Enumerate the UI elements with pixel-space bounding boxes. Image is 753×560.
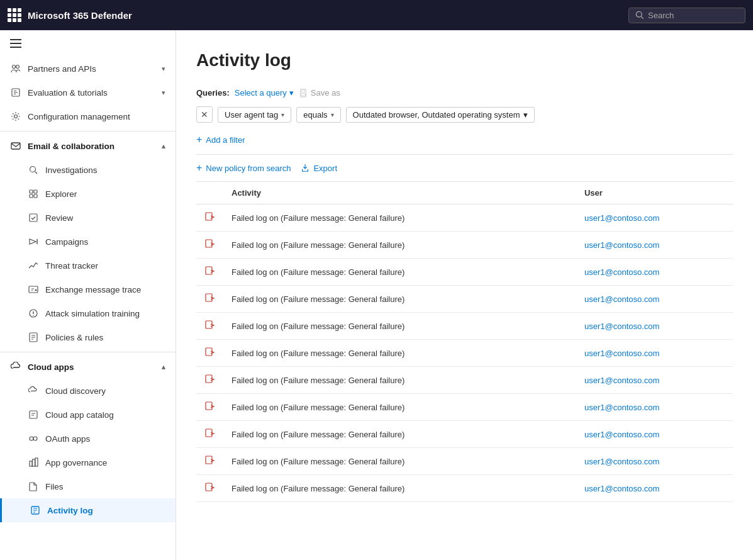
table-row[interactable]: Failed log on (Failure message: General … <box>196 204 733 232</box>
filter-tag-dropdown[interactable]: User agent tag ▾ <box>218 107 291 123</box>
sidebar-label-files: Files <box>45 482 64 491</box>
table-row[interactable]: Failed log on (Failure message: General … <box>196 286 733 313</box>
table-row[interactable]: Failed log on (Failure message: General … <box>196 232 733 259</box>
user-cell[interactable]: user1@contoso.com <box>577 448 733 475</box>
sidebar-item-cloud-apps[interactable]: Cloud apps ▴ <box>0 355 176 379</box>
svg-rect-33 <box>206 267 212 274</box>
table-row[interactable]: Failed log on (Failure message: General … <box>196 394 733 421</box>
user-cell[interactable]: user1@contoso.com <box>577 259 733 286</box>
table-row[interactable]: Failed log on (Failure message: General … <box>196 313 733 340</box>
user-cell[interactable]: user1@contoso.com <box>577 475 733 502</box>
svg-rect-4 <box>10 47 21 48</box>
failed-login-icon <box>204 292 216 305</box>
svg-point-22 <box>30 437 33 440</box>
table-row[interactable]: Failed log on (Failure message: General … <box>196 475 733 502</box>
user-cell[interactable]: user1@contoso.com <box>577 340 733 367</box>
table-row[interactable]: Failed log on (Failure message: General … <box>196 259 733 286</box>
activity-cell: Failed log on (Failure message: General … <box>224 313 577 340</box>
sidebar-item-attack-simulation[interactable]: Attack simulation training <box>0 301 176 325</box>
svg-point-0 <box>636 11 642 17</box>
table-row[interactable]: Failed log on (Failure message: General … <box>196 340 733 367</box>
svg-line-1 <box>641 16 644 19</box>
cloud-apps-icon <box>10 361 21 372</box>
sidebar-item-email-collaboration[interactable]: Email & collaboration ▴ <box>0 134 176 158</box>
table-row[interactable]: Failed log on (Failure message: General … <box>196 448 733 475</box>
activity-cell: Failed log on (Failure message: General … <box>224 475 577 502</box>
files-icon <box>28 481 39 492</box>
filter-value-dropdown[interactable]: Outdated browser, Outdated operating sys… <box>346 107 535 123</box>
activity-cell: Failed log on (Failure message: General … <box>224 394 577 421</box>
failed-login-icon <box>204 427 216 440</box>
search-box[interactable] <box>628 8 745 23</box>
activity-cell: Failed log on (Failure message: General … <box>224 204 577 232</box>
activity-cell: Failed log on (Failure message: General … <box>224 259 577 286</box>
user-cell[interactable]: user1@contoso.com <box>577 394 733 421</box>
sidebar-item-activity-log[interactable]: Activity log <box>0 498 176 522</box>
sidebar-item-policies[interactable]: Policies & rules <box>0 325 176 349</box>
sidebar-label-investigations: Investigations <box>45 165 98 175</box>
svg-rect-32 <box>206 240 212 247</box>
save-as-button[interactable]: Save as <box>299 88 340 98</box>
sidebar-item-threat-tracker[interactable]: Threat tracker <box>0 254 176 277</box>
sidebar-label-evaluation: Evaluation & tutorials <box>28 88 108 98</box>
table-row[interactable]: Failed log on (Failure message: General … <box>196 367 733 394</box>
sidebar-item-evaluation[interactable]: Evaluation & tutorials ▾ <box>0 81 176 104</box>
config-icon <box>10 111 21 122</box>
sidebar-hamburger[interactable] <box>0 30 176 57</box>
sidebar-item-cloud-app-catalog[interactable]: Cloud app catalog <box>0 403 176 427</box>
sidebar-item-campaigns[interactable]: Campaigns <box>0 230 176 254</box>
svg-rect-37 <box>206 375 212 383</box>
app-grid-icon[interactable] <box>8 8 21 22</box>
sidebar-item-exchange[interactable]: Exchange message trace <box>0 277 176 301</box>
activity-table: Activity User Failed log on (Failure mes… <box>196 182 733 502</box>
new-policy-label: New policy from search <box>206 164 291 173</box>
sidebar-item-investigations[interactable]: Investigations <box>0 158 176 182</box>
add-filter-button[interactable]: + Add a filter <box>196 132 733 148</box>
sidebar-item-review[interactable]: Review <box>0 206 176 230</box>
new-policy-button[interactable]: + New policy from search <box>196 162 291 174</box>
row-icon-cell <box>196 232 224 259</box>
sidebar-item-files[interactable]: Files <box>0 474 176 498</box>
user-cell[interactable]: user1@contoso.com <box>577 286 733 313</box>
svg-rect-26 <box>35 458 38 466</box>
sidebar-label-cloud-apps: Cloud apps <box>28 362 74 372</box>
svg-rect-29 <box>301 89 304 91</box>
filter-clear-button[interactable]: ✕ <box>196 106 213 123</box>
row-icon-cell <box>196 204 224 232</box>
threat-tracker-icon <box>28 260 39 271</box>
user-cell[interactable]: user1@contoso.com <box>577 313 733 340</box>
sidebar-item-partners-apis[interactable]: Partners and APIs ▾ <box>0 57 176 81</box>
chevron-icon: ▾ <box>162 89 165 97</box>
sidebar-item-cloud-discovery[interactable]: Cloud discovery <box>0 379 176 403</box>
svg-rect-15 <box>30 214 37 221</box>
sidebar-item-oauth-apps[interactable]: OAuth apps <box>0 427 176 451</box>
svg-rect-13 <box>30 194 33 198</box>
add-filter-label: Add a filter <box>206 135 245 145</box>
select-query-button[interactable]: Select a query ▾ <box>235 88 294 98</box>
save-icon <box>299 89 308 98</box>
sidebar-label-attack: Attack simulation training <box>45 309 140 318</box>
svg-rect-21 <box>30 411 37 418</box>
row-icon-cell <box>196 259 224 286</box>
activity-cell: Failed log on (Failure message: General … <box>224 340 577 367</box>
export-button[interactable]: Export <box>301 164 337 173</box>
oauth-icon <box>28 433 39 444</box>
user-cell[interactable]: user1@contoso.com <box>577 367 733 394</box>
sidebar-label-config: Configuration management <box>28 112 130 121</box>
sidebar-item-app-governance[interactable]: App governance <box>0 451 176 474</box>
filter-operator-dropdown[interactable]: equals ▾ <box>296 107 340 123</box>
svg-point-8 <box>14 115 18 118</box>
sidebar-label-app-governance: App governance <box>45 458 107 468</box>
plus-icon: + <box>196 134 202 145</box>
sidebar-item-config[interactable]: Configuration management <box>0 104 176 128</box>
user-cell[interactable]: user1@contoso.com <box>577 421 733 448</box>
table-row[interactable]: Failed log on (Failure message: General … <box>196 421 733 448</box>
user-cell[interactable]: user1@contoso.com <box>577 204 733 232</box>
search-input[interactable] <box>648 11 730 20</box>
svg-rect-25 <box>33 459 35 466</box>
user-cell[interactable]: user1@contoso.com <box>577 232 733 259</box>
svg-rect-30 <box>301 93 305 96</box>
sidebar-item-explorer[interactable]: Explorer <box>0 182 176 206</box>
svg-rect-34 <box>206 294 212 301</box>
failed-login-icon <box>204 346 216 359</box>
